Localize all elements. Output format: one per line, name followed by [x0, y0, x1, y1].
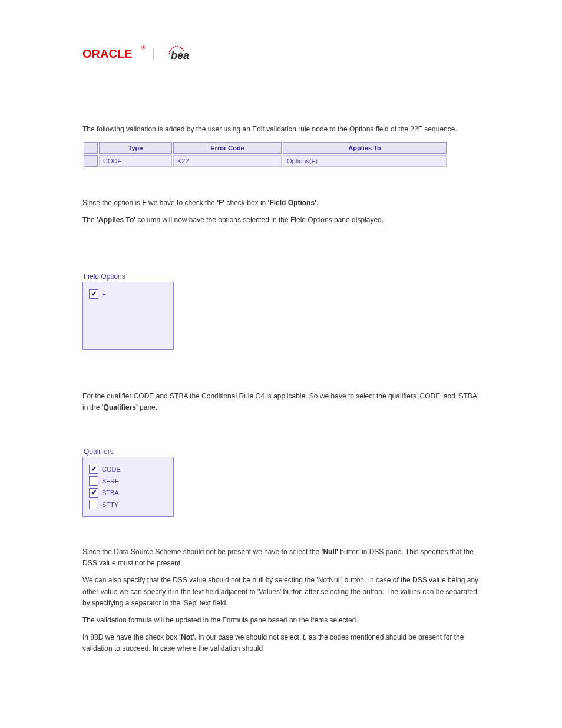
col-applies-to: Applies To	[283, 142, 447, 154]
checkbox-label-stba: STBA	[102, 489, 119, 496]
checkbox-row-sfre[interactable]: SFRE	[89, 476, 167, 486]
checkbox-stba[interactable]	[89, 488, 98, 498]
svg-point-10	[169, 51, 170, 52]
paragraph-dss-null: Since the Data Source Scheme should not …	[82, 546, 480, 569]
checkbox-label-f: F	[102, 291, 106, 298]
qualifiers-title: Qualifiers	[82, 447, 480, 456]
paragraph-88d: In 88D we have the check box 'Not'. In o…	[82, 632, 480, 654]
checkbox-f[interactable]	[89, 289, 98, 299]
paragraph-formula: The validation formula will be updated i…	[82, 615, 480, 626]
checkbox-row-stty[interactable]: STTY	[89, 500, 167, 509]
cell-error-code: K22	[173, 155, 282, 167]
paragraph-dss-notnull: We can also specify that the DSS value s…	[82, 575, 480, 609]
svg-text:®: ®	[141, 45, 146, 51]
cell-type: CODE	[99, 155, 172, 167]
paragraph-qualifiers: For the qualifier CODE and STBA the Cond…	[82, 391, 480, 413]
paragraph-applies-to: The 'Applies To' column will now have th…	[82, 215, 480, 226]
table-corner	[84, 142, 98, 154]
field-options-panel: Field Options F	[82, 272, 480, 350]
checkbox-stty[interactable]	[89, 500, 98, 509]
paragraph-field-option: Since the option is F we have to check t…	[82, 197, 480, 209]
checkbox-row-code[interactable]: CODE	[89, 465, 167, 474]
validation-table: Type Error Code Applies To CODE K22 Opti…	[82, 141, 448, 168]
checkbox-label-sfre: SFRE	[102, 477, 119, 485]
bea-logo: bea	[171, 50, 189, 61]
field-options-title: Field Options	[82, 272, 480, 281]
svg-point-5	[180, 47, 181, 48]
svg-point-4	[177, 46, 178, 47]
checkbox-row-stba[interactable]: STBA	[89, 488, 167, 498]
col-type: Type	[99, 142, 172, 154]
svg-point-3	[175, 46, 176, 47]
checkbox-code[interactable]	[89, 465, 98, 474]
table-row: CODE K22 Options(F)	[84, 155, 447, 167]
svg-point-11	[169, 53, 170, 54]
checkbox-sfre[interactable]	[89, 476, 98, 486]
svg-point-2	[173, 47, 174, 48]
svg-point-8	[171, 48, 172, 49]
svg-point-6	[181, 48, 183, 49]
paragraph-intro: The following validation is added by the…	[82, 124, 480, 135]
cell-applies-to: Options(F)	[283, 155, 447, 167]
checkbox-label-code: CODE	[102, 466, 121, 473]
col-error-code: Error Code	[173, 142, 282, 154]
checkbox-row-f[interactable]: F	[89, 289, 167, 299]
qualifiers-panel: Qualifiers CODE SFRE STBA STTY	[82, 447, 480, 517]
checkbox-label-stty: STTY	[102, 501, 118, 508]
logo-row: ORACLE ® bea	[82, 41, 480, 65]
oracle-logo: ORACLE	[82, 47, 132, 60]
